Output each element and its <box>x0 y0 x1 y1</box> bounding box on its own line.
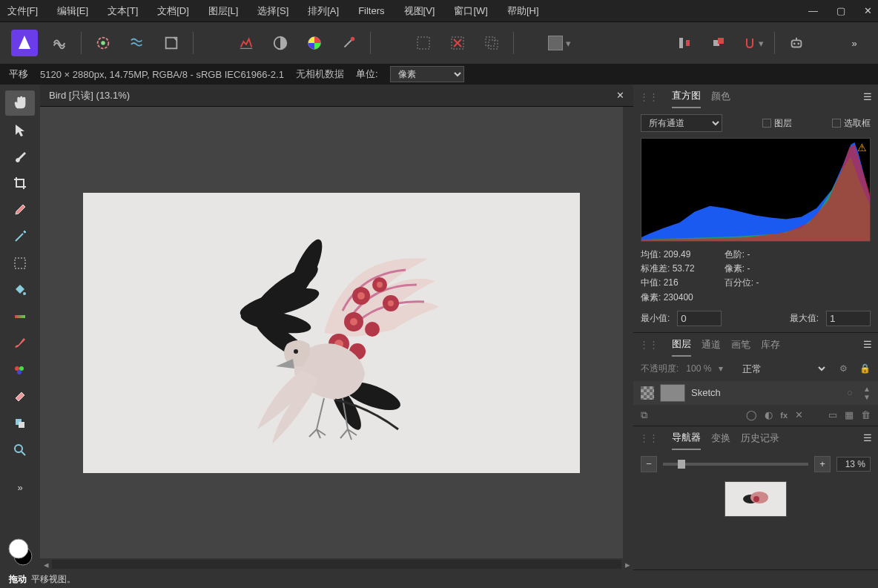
adjustment-icon[interactable] <box>90 30 116 56</box>
menu-text[interactable]: 文本[T] <box>106 1 139 21</box>
add-layer-icon[interactable]: ▭ <box>828 409 837 420</box>
crop-tool[interactable] <box>5 171 35 196</box>
checkbox-selection[interactable] <box>832 119 841 128</box>
selection-add-icon[interactable] <box>411 30 436 56</box>
zoom-slider[interactable] <box>663 463 808 466</box>
menu-view[interactable]: 视图[V] <box>403 1 437 21</box>
opacity-value[interactable]: 100 % <box>686 363 711 374</box>
assistant-icon[interactable] <box>784 30 809 56</box>
menu-select[interactable]: 选择[S] <box>256 1 290 21</box>
color-swatches[interactable] <box>5 533 35 570</box>
tab-color[interactable]: 颜色 <box>711 85 730 108</box>
marquee-tool[interactable] <box>5 251 35 276</box>
zoom-out-button[interactable]: − <box>641 456 657 472</box>
clone-tool[interactable] <box>5 411 35 436</box>
flood-fill-tool[interactable] <box>5 277 35 303</box>
crop-layer-icon[interactable]: ✕ <box>795 409 803 420</box>
tab-close-icon[interactable]: ✕ <box>616 90 624 101</box>
mixer-brush-tool[interactable] <box>5 357 35 383</box>
blend-mode-select[interactable]: 正常 <box>736 361 828 377</box>
tab-history[interactable]: 历史记录 <box>741 427 779 449</box>
group-icon[interactable]: ⧉ <box>641 409 647 421</box>
grip-icon[interactable]: ⋮⋮ <box>639 432 658 443</box>
expand-icon[interactable]: ▲▼ <box>863 385 871 401</box>
max-input[interactable] <box>826 311 871 326</box>
trash-icon[interactable]: 🗑 <box>861 409 871 420</box>
toolbar-overflow-icon[interactable]: » <box>842 30 867 56</box>
swatch-dropdown[interactable]: ▾ <box>547 30 572 56</box>
layers-panel: ⋮⋮ 图层 通道 画笔 库存 ☰ 不透明度: 100 %▾ 正常 ⚙ 🔒 Ske… <box>633 333 878 426</box>
gradient-tool[interactable] <box>5 304 35 329</box>
panel-menu-icon[interactable]: ☰ <box>863 91 872 102</box>
color-wheel-icon[interactable] <box>302 30 327 56</box>
zoom-in-button[interactable]: + <box>814 456 831 472</box>
menu-file[interactable]: 文件[F] <box>6 1 39 21</box>
scroll-left-icon[interactable]: ◂ <box>40 559 52 570</box>
persona-liquify-icon[interactable] <box>47 30 72 56</box>
checkbox-layer[interactable] <box>762 119 771 128</box>
tab-transform[interactable]: 变换 <box>711 427 730 449</box>
menu-document[interactable]: 文档[D] <box>156 1 191 21</box>
unit-select[interactable]: 像素 <box>390 66 464 82</box>
brush-tool[interactable] <box>5 144 35 169</box>
align-icon[interactable] <box>672 30 697 56</box>
tab-stock[interactable]: 库存 <box>761 334 780 356</box>
crop-ratio-icon[interactable] <box>159 30 184 56</box>
lock-icon[interactable]: 🔒 <box>859 363 871 374</box>
eyedropper-tool[interactable] <box>5 197 35 222</box>
hand-tool[interactable] <box>5 90 35 116</box>
menu-edit[interactable]: 编辑[E] <box>56 1 90 21</box>
grip-icon[interactable]: ⋮⋮ <box>639 91 658 102</box>
maximize-icon[interactable]: ▢ <box>836 5 845 16</box>
contrast-icon[interactable] <box>268 30 293 56</box>
adjustment-layer-icon[interactable]: ◐ <box>765 409 773 420</box>
waves-icon[interactable] <box>125 30 150 56</box>
menu-layer[interactable]: 图层[L] <box>207 1 240 21</box>
levels-icon[interactable] <box>234 30 259 56</box>
visibility-toggle[interactable] <box>641 386 654 400</box>
app-logo[interactable] <box>11 30 38 56</box>
tools-overflow-icon[interactable]: » <box>5 475 35 500</box>
zoom-tool[interactable] <box>5 437 35 463</box>
add-pixel-layer-icon[interactable]: ▦ <box>845 409 854 420</box>
scroll-right-icon[interactable]: ▸ <box>621 559 633 570</box>
min-input[interactable] <box>677 311 722 326</box>
paint-brush-tool[interactable] <box>5 331 35 356</box>
canvas-viewport[interactable] <box>40 107 623 558</box>
camera-data[interactable]: 无相机数据 <box>296 67 344 81</box>
navigator-preview[interactable] <box>724 481 787 517</box>
zoom-value[interactable]: 13 % <box>836 457 871 472</box>
panel-menu-icon[interactable]: ☰ <box>863 339 872 350</box>
panel-menu-icon[interactable]: ☰ <box>863 432 872 443</box>
channel-select[interactable]: 所有通道 <box>641 114 722 132</box>
arrange-icon[interactable] <box>706 30 731 56</box>
menu-help[interactable]: 帮助[H] <box>506 1 541 21</box>
eraser-tool[interactable] <box>5 384 35 409</box>
tab-brushes[interactable]: 画笔 <box>731 334 750 356</box>
tab-layers[interactable]: 图层 <box>672 333 691 357</box>
menu-filters[interactable]: Filters <box>357 2 386 19</box>
magic-select-icon[interactable] <box>336 30 361 56</box>
layer-item[interactable]: Sketch ○ ▲▼ <box>633 381 878 405</box>
snap-icon[interactable]: ▾ <box>740 30 765 56</box>
tab-channels[interactable]: 通道 <box>702 334 721 356</box>
document-info[interactable]: 5120 × 2880px, 14.75MP, RGBA/8 - sRGB IE… <box>40 69 284 80</box>
gear-icon[interactable]: ⚙ <box>839 363 848 374</box>
document-tab[interactable]: Bird [只读] (13.1%) ✕ <box>40 85 633 107</box>
tab-navigator[interactable]: 导航器 <box>672 426 701 450</box>
close-icon[interactable]: ✕ <box>864 5 872 16</box>
wand-tool[interactable] <box>5 224 35 249</box>
menu-window[interactable]: 窗口[W] <box>452 1 489 21</box>
vertical-scrollbar[interactable] <box>623 107 633 558</box>
fx-icon[interactable]: fx <box>780 411 788 420</box>
warning-icon[interactable]: ⚠ <box>857 142 867 153</box>
grip-icon[interactable]: ⋮⋮ <box>639 339 658 350</box>
mask-icon[interactable]: ◯ <box>746 409 757 420</box>
selection-remove-icon[interactable] <box>445 30 470 56</box>
move-tool[interactable] <box>5 117 35 142</box>
minimize-icon[interactable]: — <box>808 5 818 16</box>
menu-arrange[interactable]: 排列[A] <box>306 1 340 21</box>
selection-intersect-icon[interactable] <box>479 30 504 56</box>
tab-histogram[interactable]: 直方图 <box>672 85 701 108</box>
horizontal-scrollbar[interactable]: ◂ ▸ <box>40 558 633 570</box>
